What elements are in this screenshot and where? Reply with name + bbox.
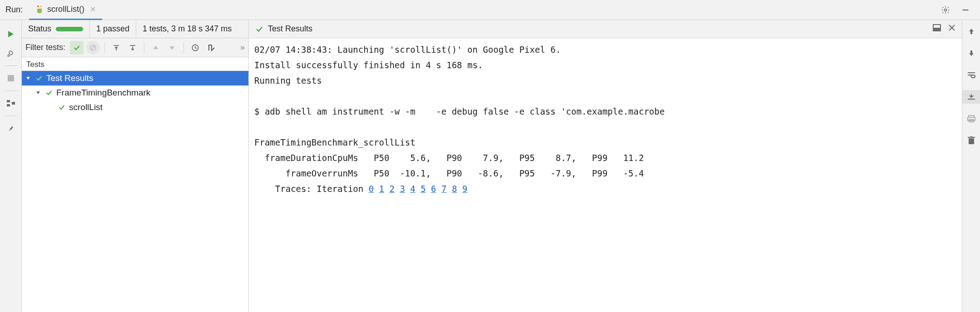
trace-link[interactable]: 3 <box>400 184 405 194</box>
svg-marker-22 <box>26 77 30 80</box>
svg-point-0 <box>37 5 39 7</box>
passed-count: 1 passed <box>96 24 129 34</box>
minimize-icon[interactable] <box>961 5 970 15</box>
svg-marker-25 <box>969 50 974 56</box>
run-button[interactable] <box>0 25 22 44</box>
console-output[interactable]: 02/07 14:38:43: Launching 'scrollList()'… <box>249 38 962 312</box>
trace-link[interactable]: 2 <box>389 184 394 194</box>
scroll-up-icon[interactable] <box>962 25 980 38</box>
trace-link[interactable]: 0 <box>369 184 374 194</box>
tests-duration: 1 tests, 3 m 18 s 347 ms <box>143 24 232 34</box>
trace-link[interactable]: 9 <box>462 184 467 194</box>
expand-all-icon[interactable] <box>109 41 123 55</box>
left-toolbar <box>0 20 22 312</box>
check-icon <box>45 89 53 96</box>
gear-icon[interactable] <box>941 5 950 15</box>
stop-button[interactable] <box>0 69 22 88</box>
run-tab-bar: Run: scrollList() ✕ <box>0 0 980 20</box>
svg-rect-6 <box>7 100 10 102</box>
chevron-down-icon <box>25 75 32 81</box>
tab-label: scrollList() <box>47 5 84 14</box>
svg-marker-24 <box>969 29 974 34</box>
results-title: Test Results <box>268 24 312 34</box>
trace-link[interactable]: 4 <box>410 184 415 194</box>
svg-rect-5 <box>8 75 14 81</box>
status-label: Status <box>28 24 51 34</box>
next-failed-icon[interactable] <box>165 41 179 55</box>
run-tab[interactable]: scrollList() ✕ <box>29 0 102 20</box>
pin-icon[interactable] <box>0 119 22 138</box>
svg-marker-20 <box>170 46 174 50</box>
check-icon <box>255 25 263 33</box>
scroll-down-icon[interactable] <box>962 46 980 60</box>
svg-rect-32 <box>969 138 974 144</box>
svg-marker-4 <box>8 31 14 37</box>
svg-marker-19 <box>153 45 158 49</box>
layout-icon[interactable] <box>0 94 22 113</box>
wrench-icon[interactable] <box>0 44 22 63</box>
import-results-icon[interactable] <box>205 41 218 55</box>
close-icon[interactable]: ✕ <box>90 5 96 14</box>
show-ignored-toggle[interactable] <box>86 41 100 55</box>
svg-marker-23 <box>36 91 40 94</box>
filter-toolbar: Filter tests: <box>22 38 248 57</box>
svg-rect-10 <box>933 28 940 31</box>
test-tree: Test Results FrameTimingBenchmark <box>22 71 248 115</box>
trace-link[interactable]: 5 <box>421 184 426 194</box>
scroll-to-end-icon[interactable] <box>962 90 980 104</box>
right-toolbar <box>962 20 980 312</box>
trace-link[interactable]: 7 <box>441 184 446 194</box>
soft-wrap-icon[interactable] <box>962 68 980 82</box>
check-icon <box>58 104 65 111</box>
svg-point-2 <box>945 9 947 11</box>
tree-group[interactable]: FrameTimingBenchmark <box>22 86 248 100</box>
tree-root[interactable]: Test Results <box>22 71 248 86</box>
tree-group-label: FrameTimingBenchmark <box>56 88 150 98</box>
svg-point-1 <box>40 5 42 7</box>
more-icon[interactable]: » <box>240 43 245 52</box>
tree-leaf-label: scrollList <box>69 102 103 112</box>
trace-link[interactable]: 8 <box>452 184 457 194</box>
svg-rect-8 <box>12 102 15 105</box>
tree-header: Tests <box>22 57 248 71</box>
tree-root-label: Test Results <box>46 73 93 83</box>
panel-layout-icon[interactable] <box>933 24 941 34</box>
svg-line-14 <box>91 46 95 50</box>
android-run-icon <box>35 5 44 13</box>
close-panel-icon[interactable] <box>948 24 955 34</box>
check-icon <box>35 75 43 82</box>
trace-link[interactable]: 1 <box>379 184 384 194</box>
show-passed-toggle[interactable] <box>70 41 84 55</box>
trash-icon[interactable] <box>962 134 980 147</box>
chevron-down-icon <box>35 90 42 96</box>
run-label: Run: <box>5 5 23 15</box>
svg-rect-34 <box>970 136 973 137</box>
history-icon[interactable] <box>188 41 202 55</box>
collapse-all-icon[interactable] <box>126 41 139 55</box>
trace-link[interactable]: 6 <box>431 184 436 194</box>
filter-label: Filter tests: <box>25 43 65 52</box>
prev-failed-icon[interactable] <box>149 41 163 55</box>
svg-rect-33 <box>968 137 975 138</box>
tree-leaf[interactable]: scrollList <box>22 100 248 115</box>
status-progress-bar <box>56 27 83 31</box>
status-bar: Status 1 passed 1 tests, 3 m 18 s 347 ms… <box>22 20 962 38</box>
svg-rect-7 <box>7 104 10 106</box>
print-icon[interactable] <box>962 112 980 126</box>
